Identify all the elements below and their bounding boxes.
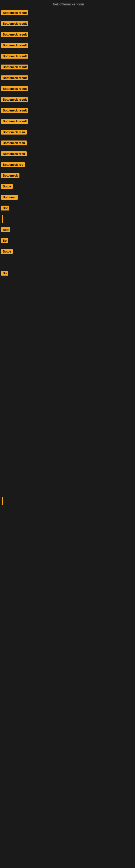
- list-item: Bo: [0, 268, 135, 279]
- list-item: Bottleneck result: [0, 116, 135, 127]
- spacer: [0, 279, 135, 496]
- bottleneck-badge[interactable]: Bottleneck result: [1, 86, 28, 91]
- bottleneck-badge[interactable]: Bottleneck result: [1, 21, 28, 26]
- vertical-bar-icon: [2, 215, 3, 223]
- list-item: [0, 257, 135, 268]
- list-item: Bottleneck resu: [0, 148, 135, 159]
- list-item: Bottleneck result: [0, 40, 135, 51]
- list-item: Bottleneck result: [0, 62, 135, 72]
- list-item: Bottleneck result: [0, 51, 135, 62]
- list-item: Bottleneck result: [0, 83, 135, 94]
- bottleneck-badge[interactable]: Bottle: [1, 184, 13, 189]
- bottleneck-badge[interactable]: Bott: [1, 227, 10, 232]
- list-item: Bottleneck res: [0, 159, 135, 170]
- list-item: Bottleneck result: [0, 72, 135, 83]
- list-item: Bottleneck result: [0, 29, 135, 40]
- bottleneck-badge[interactable]: Bottleneck result: [1, 43, 28, 48]
- bottleneck-badge[interactable]: Bottleneck result: [1, 108, 28, 113]
- bottleneck-badge[interactable]: Bottleneck resu: [1, 130, 27, 134]
- list-item: Bottle: [0, 246, 135, 257]
- site-header: TheBottlenecker.com: [0, 0, 135, 7]
- bottleneck-badge[interactable]: Bottleneck result: [1, 75, 28, 80]
- bottleneck-badge[interactable]: Bottle: [1, 249, 13, 254]
- bottleneck-badge[interactable]: Bottleneck result: [1, 10, 28, 15]
- list-item: [0, 496, 135, 506]
- list-item: Bottleneck result: [0, 7, 135, 18]
- bottleneck-badge[interactable]: Bot: [1, 206, 9, 211]
- list-item: Bottleneck: [0, 170, 135, 181]
- list-item: [0, 214, 135, 224]
- list-item: Bott: [0, 224, 135, 235]
- bottleneck-badge[interactable]: Bottleneck result: [1, 65, 28, 69]
- bottleneck-badge[interactable]: Bo: [1, 238, 8, 243]
- bottleneck-badge[interactable]: Bottleneck resu: [1, 141, 27, 145]
- list-item: Bottleneck resu: [0, 137, 135, 148]
- list-item: Bottleneck result: [0, 18, 135, 29]
- bottleneck-badge[interactable]: Bottleneck result: [1, 119, 28, 124]
- list-item: Bottlenec: [0, 192, 135, 203]
- bottleneck-badge[interactable]: Bottleneck res: [1, 162, 25, 167]
- list-item: Bottleneck resu: [0, 127, 135, 137]
- list-item: Bo: [0, 235, 135, 246]
- list-item: Bot: [0, 203, 135, 214]
- bottleneck-badge[interactable]: Bottleneck result: [1, 32, 28, 37]
- spacer: [0, 506, 135, 588]
- vertical-bar-icon: [2, 497, 3, 505]
- bottleneck-badge[interactable]: Bottleneck result: [1, 54, 28, 59]
- bottleneck-badge[interactable]: Bo: [1, 271, 8, 276]
- bottleneck-badge[interactable]: Bottleneck: [1, 173, 19, 178]
- list-item: Bottleneck result: [0, 105, 135, 116]
- list-item: Bottleneck result: [0, 94, 135, 105]
- list-item: Bottle: [0, 181, 135, 192]
- bottleneck-badge[interactable]: Bottlenec: [1, 195, 18, 199]
- bottleneck-badge[interactable]: Bottleneck result: [1, 97, 28, 102]
- bottleneck-badge[interactable]: Bottleneck resu: [1, 151, 27, 156]
